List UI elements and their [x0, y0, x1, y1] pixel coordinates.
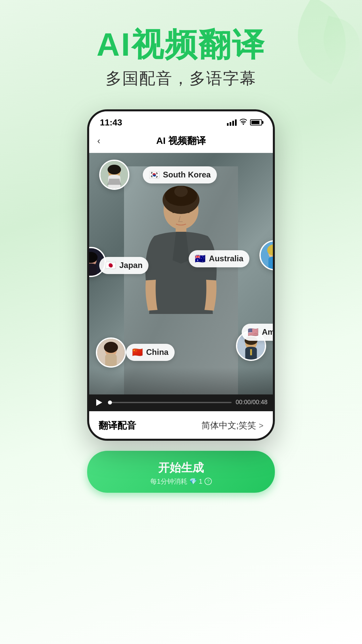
badge-china: 🇨🇳 China — [126, 344, 175, 361]
signal-icon — [227, 119, 237, 126]
generate-btn-text: 开始生成 — [101, 460, 261, 476]
phone-screen: 11:43 ‹ — [89, 111, 273, 439]
header-section: AI视频翻译 多国配音，多语字幕 — [0, 0, 362, 103]
status-time: 11:43 — [100, 117, 122, 128]
australia-flag: 🇦🇺 — [195, 254, 205, 264]
generate-button[interactable]: 开始生成 每1分钟消耗 💎 1 ? — [87, 451, 275, 493]
translation-text: 简体中文;笑笑 — [201, 420, 256, 431]
generate-cost-value: 1 — [199, 478, 202, 485]
progress-dot — [108, 400, 112, 405]
south-korea-label: South Korea — [163, 170, 211, 179]
phone-mockup: 11:43 ‹ — [87, 109, 275, 441]
badge-australia: 🇦🇺 Australia — [189, 250, 249, 267]
chevron-right-icon: > — [259, 421, 263, 430]
gem-icon: 💎 — [189, 478, 197, 485]
bottom-card: 翻译配音 简体中文;笑笑 > — [89, 411, 273, 439]
generate-cost-label: 每1分钟消耗 — [150, 477, 187, 486]
svg-rect-19 — [250, 349, 252, 355]
japan-flag: 🇯🇵 — [105, 260, 116, 271]
time-display: 00:00/00:48 — [236, 399, 267, 406]
china-flag: 🇨🇳 — [132, 347, 143, 358]
svg-point-9 — [108, 165, 121, 174]
status-icons — [227, 119, 262, 126]
avatar-woman-bottom — [96, 337, 126, 368]
back-button[interactable]: ‹ — [97, 136, 100, 146]
phone-container: 11:43 ‹ — [0, 109, 362, 441]
wifi-icon — [239, 119, 247, 126]
translation-value[interactable]: 简体中文;笑笑 > — [201, 420, 263, 431]
progress-bar[interactable] — [108, 402, 232, 403]
play-button[interactable] — [95, 398, 104, 407]
nav-bar: ‹ AI 视频翻译 — [89, 130, 273, 153]
help-icon[interactable]: ? — [204, 478, 212, 485]
translation-label: 翻译配音 — [99, 419, 136, 432]
video-controls[interactable]: 00:00/00:48 — [89, 394, 273, 411]
video-area: 🇰🇷 South Korea 🇯🇵 Japan 🇦🇺 Australia 🇨🇳 … — [89, 153, 273, 394]
generate-section: 开始生成 每1分钟消耗 💎 1 ? — [0, 451, 362, 506]
translation-row[interactable]: 翻译配音 简体中文;笑笑 > — [99, 419, 263, 432]
page-title: AI视频翻译 — [13, 27, 349, 62]
badge-america: 🇺🇸 America — [242, 324, 273, 341]
america-flag: 🇺🇸 — [248, 327, 258, 337]
australia-label: Australia — [209, 254, 243, 263]
battery-icon — [250, 119, 262, 125]
svg-point-5 — [174, 186, 188, 197]
page-subtitle: 多国配音，多语字幕 — [13, 68, 349, 89]
nav-title: AI 视频翻译 — [156, 135, 206, 147]
svg-point-15 — [104, 342, 118, 353]
america-label: America — [262, 327, 273, 337]
status-bar: 11:43 — [89, 111, 273, 130]
badge-japan: 🇯🇵 Japan — [99, 257, 148, 274]
japan-label: Japan — [119, 261, 142, 270]
china-label: China — [146, 347, 169, 357]
south-korea-flag: 🇰🇷 — [149, 170, 160, 180]
avatar-man-top-left — [99, 160, 129, 190]
generate-btn-sub: 每1分钟消耗 💎 1 ? — [101, 477, 261, 486]
badge-south-korea: 🇰🇷 South Korea — [143, 166, 217, 183]
